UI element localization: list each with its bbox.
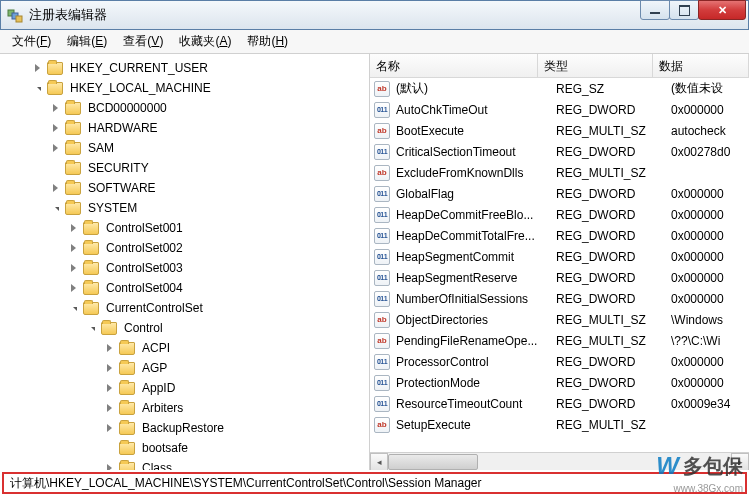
tree-node-label: ACPI xyxy=(139,340,173,356)
menu-file[interactable]: 文件(F) xyxy=(4,30,59,53)
list-item[interactable]: (默认)REG_SZ(数值未设 xyxy=(370,78,749,99)
expand-icon[interactable] xyxy=(50,183,61,194)
list-item[interactable]: AutoChkTimeOutREG_DWORD0x000000 xyxy=(370,99,749,120)
h-scrollbar[interactable]: ◂ ▸ xyxy=(370,452,749,470)
tree-node-label: ControlSet003 xyxy=(103,260,186,276)
tree-node[interactable]: AppID xyxy=(0,378,369,398)
menu-edit[interactable]: 编辑(E) xyxy=(59,30,115,53)
binary-value-icon xyxy=(374,207,390,223)
tree-node[interactable]: CurrentControlSet xyxy=(0,298,369,318)
tree-node-label: AppID xyxy=(139,380,178,396)
value-name: ExcludeFromKnownDlls xyxy=(396,166,556,180)
tree-node[interactable]: HKEY_CURRENT_USER xyxy=(0,58,369,78)
tree-node[interactable]: Control xyxy=(0,318,369,338)
close-button[interactable] xyxy=(698,0,746,20)
list-item[interactable]: BootExecuteREG_MULTI_SZautocheck xyxy=(370,120,749,141)
list-item[interactable]: HeapSegmentReserveREG_DWORD0x000000 xyxy=(370,267,749,288)
tree-node[interactable]: ACPI xyxy=(0,338,369,358)
scroll-thumb[interactable] xyxy=(388,454,478,470)
collapse-icon[interactable] xyxy=(50,203,61,214)
col-type[interactable]: 类型 xyxy=(538,54,653,77)
value-name: CriticalSectionTimeout xyxy=(396,145,556,159)
value-name: BootExecute xyxy=(396,124,556,138)
tree-node[interactable]: ControlSet003 xyxy=(0,258,369,278)
list-item[interactable]: HeapDeCommitTotalFre...REG_DWORD0x000000 xyxy=(370,225,749,246)
scroll-right-icon[interactable]: ▸ xyxy=(731,453,749,471)
tree-node[interactable]: bootsafe xyxy=(0,438,369,458)
list-item[interactable]: CriticalSectionTimeoutREG_DWORD0x00278d0 xyxy=(370,141,749,162)
tree-node-label: ControlSet001 xyxy=(103,220,186,236)
expand-icon[interactable] xyxy=(50,103,61,114)
menu-help[interactable]: 帮助(H) xyxy=(239,30,296,53)
tree-node[interactable]: ControlSet001 xyxy=(0,218,369,238)
list-item[interactable]: HeapDeCommitFreeBlo...REG_DWORD0x000000 xyxy=(370,204,749,225)
tree-node[interactable]: HKEY_LOCAL_MACHINE xyxy=(0,78,369,98)
menu-favorites[interactable]: 收藏夹(A) xyxy=(171,30,239,53)
expand-icon[interactable] xyxy=(50,123,61,134)
expand-icon[interactable] xyxy=(50,143,61,154)
scroll-track[interactable] xyxy=(388,453,731,471)
tree-node[interactable]: ControlSet004 xyxy=(0,278,369,298)
expand-icon[interactable] xyxy=(104,403,115,414)
expander-blank xyxy=(50,163,61,174)
tree-node[interactable]: SAM xyxy=(0,138,369,158)
value-type: REG_MULTI_SZ xyxy=(556,334,671,348)
list-item[interactable]: ObjectDirectoriesREG_MULTI_SZ\Windows xyxy=(370,309,749,330)
tree-node[interactable]: Class xyxy=(0,458,369,470)
tree-node[interactable]: HARDWARE xyxy=(0,118,369,138)
collapse-icon[interactable] xyxy=(32,83,43,94)
menu-view[interactable]: 查看(V) xyxy=(115,30,171,53)
binary-value-icon xyxy=(374,396,390,412)
list-item[interactable]: NumberOfInitialSessionsREG_DWORD0x000000 xyxy=(370,288,749,309)
value-data: autocheck xyxy=(671,124,749,138)
tree-node-label: SAM xyxy=(85,140,117,156)
expand-icon[interactable] xyxy=(104,343,115,354)
tree-node-label: BackupRestore xyxy=(139,420,227,436)
list-item[interactable]: ProcessorControlREG_DWORD0x000000 xyxy=(370,351,749,372)
list-item[interactable]: ProtectionModeREG_DWORD0x000000 xyxy=(370,372,749,393)
folder-icon xyxy=(119,342,135,355)
list-item[interactable]: PendingFileRenameOpe...REG_MULTI_SZ\??\C… xyxy=(370,330,749,351)
tree-node[interactable]: AGP xyxy=(0,358,369,378)
expand-icon[interactable] xyxy=(68,223,79,234)
expand-icon[interactable] xyxy=(104,383,115,394)
expand-icon[interactable] xyxy=(104,463,115,471)
value-name: ProtectionMode xyxy=(396,376,556,390)
value-data: \??\C:\Wi xyxy=(671,334,749,348)
max-button[interactable] xyxy=(669,0,699,20)
col-name[interactable]: 名称 xyxy=(370,54,538,77)
col-data[interactable]: 数据 xyxy=(653,54,749,77)
list-item[interactable]: SetupExecuteREG_MULTI_SZ xyxy=(370,414,749,435)
list-item[interactable]: ExcludeFromKnownDllsREG_MULTI_SZ xyxy=(370,162,749,183)
tree-node[interactable]: ControlSet002 xyxy=(0,238,369,258)
list-item[interactable]: ResourceTimeoutCountREG_DWORD0x0009e34 xyxy=(370,393,749,414)
value-type: REG_DWORD xyxy=(556,376,671,390)
folder-icon xyxy=(119,442,135,455)
tree-node[interactable]: SOFTWARE xyxy=(0,178,369,198)
expand-icon[interactable] xyxy=(68,283,79,294)
tree-node[interactable]: Arbiters xyxy=(0,398,369,418)
list-item[interactable]: GlobalFlagREG_DWORD0x000000 xyxy=(370,183,749,204)
main-area: HKEY_CURRENT_USERHKEY_LOCAL_MACHINEBCD00… xyxy=(0,54,749,470)
statusbar-path: 计算机\HKEY_LOCAL_MACHINE\SYSTEM\CurrentCon… xyxy=(10,475,482,492)
tree-node[interactable]: SECURITY xyxy=(0,158,369,178)
min-button[interactable] xyxy=(640,0,670,20)
values-list[interactable]: (默认)REG_SZ(数值未设AutoChkTimeOutREG_DWORD0x… xyxy=(370,78,749,452)
list-item[interactable]: HeapSegmentCommitREG_DWORD0x000000 xyxy=(370,246,749,267)
binary-value-icon xyxy=(374,228,390,244)
expand-icon[interactable] xyxy=(68,243,79,254)
titlebar[interactable]: 注册表编辑器 xyxy=(0,0,749,30)
collapse-icon[interactable] xyxy=(68,303,79,314)
tree-node[interactable]: BackupRestore xyxy=(0,418,369,438)
splitter[interactable] xyxy=(370,54,374,470)
expand-icon[interactable] xyxy=(104,363,115,374)
expand-icon[interactable] xyxy=(32,63,43,74)
tree-node[interactable]: SYSTEM xyxy=(0,198,369,218)
tree-node[interactable]: BCD00000000 xyxy=(0,98,369,118)
tree-panel[interactable]: HKEY_CURRENT_USERHKEY_LOCAL_MACHINEBCD00… xyxy=(0,54,370,470)
value-name: GlobalFlag xyxy=(396,187,556,201)
expand-icon[interactable] xyxy=(104,423,115,434)
collapse-icon[interactable] xyxy=(86,323,97,334)
value-data: 0x000000 xyxy=(671,208,749,222)
expand-icon[interactable] xyxy=(68,263,79,274)
